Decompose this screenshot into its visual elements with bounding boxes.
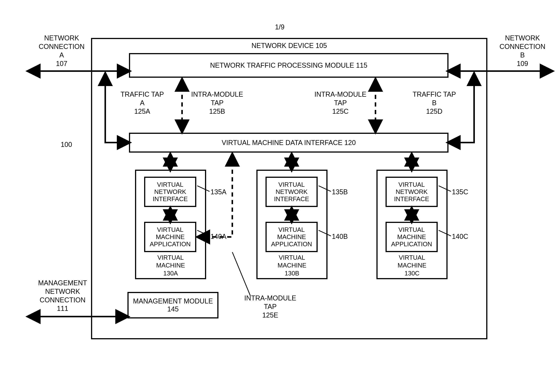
vni-b-box: VIRTUAL NETWORK INTERFACE: [266, 177, 318, 207]
vma-c-box: VIRTUAL MACHINE APPLICATION: [386, 222, 438, 252]
vma-c-l3: APPLICATION: [391, 241, 432, 247]
vm-b-t2: MACHINE: [278, 262, 306, 269]
vm-a-t2: MACHINE: [156, 262, 185, 269]
vni-a-l2: NETWORK: [154, 188, 186, 195]
nc-b-ref: 109: [517, 60, 528, 68]
management-network-label: MANAGEMENT NETWORK CONNECTION 111: [31, 279, 94, 313]
ntp-module-title: NETWORK TRAFFIC PROCESSING MODULE 115: [130, 61, 447, 69]
vma-b-l1: VIRTUAL: [278, 226, 305, 233]
nc-a-l1: NETWORK: [44, 34, 79, 42]
intra-tap-c-label: INTRA-MODULE TAP 125C: [307, 90, 374, 116]
vni-c-l2: NETWORK: [396, 188, 428, 195]
vm-a-t1: VIRTUAL: [157, 254, 184, 261]
nc-b-l2: CONNECTION: [500, 43, 545, 50]
vm-a-title: VIRTUAL MACHINE 130A: [135, 254, 206, 277]
itb-l2: TAP: [211, 99, 223, 107]
traffic-tap-d-label: TRAFFIC TAP B 125D: [404, 90, 465, 116]
diagram-canvas: 1/9 100 NETWORK CONNECTION A 107 NETWORK…: [0, 0, 560, 392]
vma-b-l2: MACHINE: [277, 233, 306, 240]
vm-c-t1: VIRTUAL: [399, 254, 425, 261]
vma-a-box: VIRTUAL MACHINE APPLICATION: [144, 222, 196, 252]
nc-a-l2: CONNECTION: [39, 43, 85, 50]
itb-l1: INTRA-MODULE: [191, 90, 243, 98]
network-connection-a-label: NETWORK CONNECTION A 107: [30, 34, 93, 68]
vni-b-ref: 135B: [332, 188, 355, 196]
mm-l1: MANAGEMENT MODULE: [133, 297, 213, 305]
nc-a-ref: 107: [56, 60, 67, 68]
ttd-l1: TRAFFIC TAP: [413, 90, 456, 98]
vma-a-ref: 140A: [210, 232, 233, 241]
nc-b-l3: B: [520, 51, 525, 59]
vni-a-box: VIRTUAL NETWORK INTERFACE: [144, 177, 196, 207]
management-module-box: MANAGEMENT MODULE 145: [127, 292, 219, 318]
ite-ref: 125E: [262, 311, 278, 319]
tta-l1: TRAFFIC TAP: [120, 90, 164, 98]
vma-c-l1: VIRTUAL: [399, 226, 425, 233]
tta-ref: 125A: [134, 108, 150, 115]
page-number: 1/9: [266, 23, 294, 31]
vm-b-ref: 130B: [285, 270, 299, 277]
mnc-l2: NETWORK: [45, 288, 80, 295]
vmdi-title: VIRTUAL MACHINE DATA INTERFACE 120: [130, 139, 447, 147]
traffic-tap-a-label: TRAFFIC TAP A 125A: [112, 90, 173, 116]
vni-a-l3: INTERFACE: [153, 196, 188, 202]
vni-c-ref: 135C: [452, 188, 475, 196]
vma-a-l3: APPLICATION: [150, 241, 191, 247]
vm-c-ref: 130C: [404, 270, 420, 277]
ite-l1: INTRA-MODULE: [244, 294, 296, 302]
vni-a-l1: VIRTUAL: [157, 181, 183, 188]
vma-b-box: VIRTUAL MACHINE APPLICATION: [266, 222, 318, 252]
vni-c-l1: VIRTUAL: [399, 181, 425, 188]
vma-b-l3: APPLICATION: [271, 241, 312, 247]
vma-c-l2: MACHINE: [397, 233, 426, 240]
network-device-title: NETWORK DEVICE 105: [91, 41, 487, 50]
ntp-module-box: NETWORK TRAFFIC PROCESSING MODULE 115: [129, 53, 449, 78]
vm-b-t1: VIRTUAL: [279, 254, 305, 261]
itc-l2: TAP: [334, 99, 347, 107]
mm-ref: 145: [167, 305, 179, 313]
vni-b-l1: VIRTUAL: [278, 181, 305, 188]
vni-c-l3: INTERFACE: [394, 196, 429, 202]
vm-c-title: VIRTUAL MACHINE 130C: [376, 254, 448, 277]
network-connection-b-label: NETWORK CONNECTION B 109: [491, 34, 554, 68]
nc-b-l1: NETWORK: [505, 34, 540, 42]
tta-l2: A: [140, 99, 144, 107]
vma-a-l2: MACHINE: [156, 233, 185, 240]
ite-l2: TAP: [264, 303, 277, 311]
vma-c-ref: 140C: [452, 232, 475, 241]
overall-ref: 100: [57, 140, 76, 149]
vni-b-l2: NETWORK: [276, 188, 308, 195]
vmdi-box: VIRTUAL MACHINE DATA INTERFACE 120: [129, 133, 449, 153]
vm-c-t2: MACHINE: [398, 262, 426, 269]
intra-tap-e-label: INTRA-MODULE TAP 125E: [237, 294, 303, 319]
itb-ref: 125B: [209, 108, 225, 115]
mnc-l1: MANAGEMENT: [38, 279, 87, 287]
intra-tap-b-label: INTRA-MODULE TAP 125B: [184, 90, 250, 116]
vma-a-l1: VIRTUAL: [157, 226, 183, 233]
vm-a-ref: 130A: [163, 270, 178, 277]
vma-b-ref: 140B: [332, 232, 355, 241]
ttd-ref: 125D: [426, 108, 442, 115]
vni-c-box: VIRTUAL NETWORK INTERFACE: [386, 177, 438, 207]
vm-b-title: VIRTUAL MACHINE 130B: [256, 254, 328, 277]
itc-l1: INTRA-MODULE: [314, 90, 366, 98]
vni-a-ref: 135A: [210, 188, 233, 196]
itc-ref: 125C: [332, 108, 349, 115]
vni-b-l3: INTERFACE: [274, 196, 309, 202]
ttd-l2: B: [432, 99, 437, 107]
mnc-ref: 111: [57, 305, 68, 312]
mnc-l3: CONNECTION: [40, 296, 86, 304]
nc-a-l3: A: [59, 51, 64, 59]
